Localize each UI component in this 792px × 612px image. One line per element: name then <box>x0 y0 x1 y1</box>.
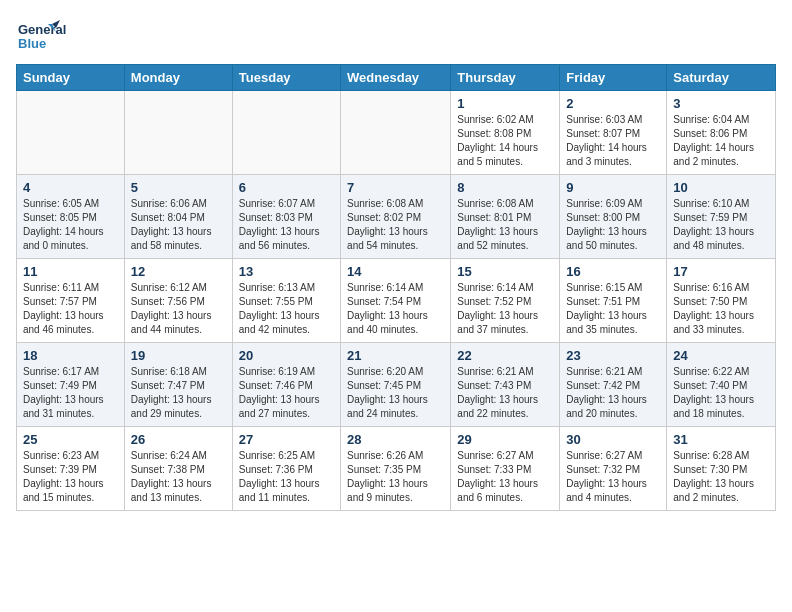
day-number: 21 <box>347 348 444 363</box>
day-number: 26 <box>131 432 226 447</box>
day-detail: Sunrise: 6:19 AM Sunset: 7:46 PM Dayligh… <box>239 365 334 421</box>
calendar-cell: 8Sunrise: 6:08 AM Sunset: 8:01 PM Daylig… <box>451 175 560 259</box>
calendar-cell: 19Sunrise: 6:18 AM Sunset: 7:47 PM Dayli… <box>124 343 232 427</box>
day-number: 8 <box>457 180 553 195</box>
calendar-cell: 20Sunrise: 6:19 AM Sunset: 7:46 PM Dayli… <box>232 343 340 427</box>
calendar-cell <box>232 91 340 175</box>
calendar-cell: 13Sunrise: 6:13 AM Sunset: 7:55 PM Dayli… <box>232 259 340 343</box>
day-detail: Sunrise: 6:20 AM Sunset: 7:45 PM Dayligh… <box>347 365 444 421</box>
day-number: 1 <box>457 96 553 111</box>
day-detail: Sunrise: 6:06 AM Sunset: 8:04 PM Dayligh… <box>131 197 226 253</box>
calendar-cell: 12Sunrise: 6:12 AM Sunset: 7:56 PM Dayli… <box>124 259 232 343</box>
day-detail: Sunrise: 6:27 AM Sunset: 7:33 PM Dayligh… <box>457 449 553 505</box>
calendar-cell: 15Sunrise: 6:14 AM Sunset: 7:52 PM Dayli… <box>451 259 560 343</box>
day-detail: Sunrise: 6:14 AM Sunset: 7:52 PM Dayligh… <box>457 281 553 337</box>
day-number: 16 <box>566 264 660 279</box>
day-detail: Sunrise: 6:12 AM Sunset: 7:56 PM Dayligh… <box>131 281 226 337</box>
day-detail: Sunrise: 6:14 AM Sunset: 7:54 PM Dayligh… <box>347 281 444 337</box>
day-number: 10 <box>673 180 769 195</box>
day-detail: Sunrise: 6:23 AM Sunset: 7:39 PM Dayligh… <box>23 449 118 505</box>
day-detail: Sunrise: 6:02 AM Sunset: 8:08 PM Dayligh… <box>457 113 553 169</box>
day-number: 29 <box>457 432 553 447</box>
day-number: 13 <box>239 264 334 279</box>
day-number: 28 <box>347 432 444 447</box>
calendar-cell: 26Sunrise: 6:24 AM Sunset: 7:38 PM Dayli… <box>124 427 232 511</box>
calendar-cell: 16Sunrise: 6:15 AM Sunset: 7:51 PM Dayli… <box>560 259 667 343</box>
page: General Blue SundayMondayTuesdayWednesda… <box>0 0 792 519</box>
calendar-cell: 30Sunrise: 6:27 AM Sunset: 7:32 PM Dayli… <box>560 427 667 511</box>
day-detail: Sunrise: 6:05 AM Sunset: 8:05 PM Dayligh… <box>23 197 118 253</box>
day-number: 20 <box>239 348 334 363</box>
calendar-week-5: 25Sunrise: 6:23 AM Sunset: 7:39 PM Dayli… <box>17 427 776 511</box>
day-header-monday: Monday <box>124 65 232 91</box>
day-detail: Sunrise: 6:26 AM Sunset: 7:35 PM Dayligh… <box>347 449 444 505</box>
day-number: 24 <box>673 348 769 363</box>
calendar-week-4: 18Sunrise: 6:17 AM Sunset: 7:49 PM Dayli… <box>17 343 776 427</box>
day-number: 25 <box>23 432 118 447</box>
day-number: 4 <box>23 180 118 195</box>
day-number: 3 <box>673 96 769 111</box>
day-number: 9 <box>566 180 660 195</box>
day-detail: Sunrise: 6:16 AM Sunset: 7:50 PM Dayligh… <box>673 281 769 337</box>
calendar-cell: 21Sunrise: 6:20 AM Sunset: 7:45 PM Dayli… <box>341 343 451 427</box>
day-number: 12 <box>131 264 226 279</box>
calendar-cell: 23Sunrise: 6:21 AM Sunset: 7:42 PM Dayli… <box>560 343 667 427</box>
calendar-week-3: 11Sunrise: 6:11 AM Sunset: 7:57 PM Dayli… <box>17 259 776 343</box>
day-detail: Sunrise: 6:13 AM Sunset: 7:55 PM Dayligh… <box>239 281 334 337</box>
calendar-cell: 11Sunrise: 6:11 AM Sunset: 7:57 PM Dayli… <box>17 259 125 343</box>
calendar-header-row: SundayMondayTuesdayWednesdayThursdayFrid… <box>17 65 776 91</box>
calendar-table: SundayMondayTuesdayWednesdayThursdayFrid… <box>16 64 776 511</box>
day-detail: Sunrise: 6:03 AM Sunset: 8:07 PM Dayligh… <box>566 113 660 169</box>
day-header-wednesday: Wednesday <box>341 65 451 91</box>
day-detail: Sunrise: 6:15 AM Sunset: 7:51 PM Dayligh… <box>566 281 660 337</box>
calendar-cell: 2Sunrise: 6:03 AM Sunset: 8:07 PM Daylig… <box>560 91 667 175</box>
calendar-cell <box>17 91 125 175</box>
day-detail: Sunrise: 6:04 AM Sunset: 8:06 PM Dayligh… <box>673 113 769 169</box>
svg-text:Blue: Blue <box>18 36 46 51</box>
day-header-sunday: Sunday <box>17 65 125 91</box>
calendar-cell: 7Sunrise: 6:08 AM Sunset: 8:02 PM Daylig… <box>341 175 451 259</box>
day-detail: Sunrise: 6:11 AM Sunset: 7:57 PM Dayligh… <box>23 281 118 337</box>
calendar-cell: 31Sunrise: 6:28 AM Sunset: 7:30 PM Dayli… <box>667 427 776 511</box>
calendar-week-1: 1Sunrise: 6:02 AM Sunset: 8:08 PM Daylig… <box>17 91 776 175</box>
day-header-saturday: Saturday <box>667 65 776 91</box>
day-number: 5 <box>131 180 226 195</box>
calendar-cell: 4Sunrise: 6:05 AM Sunset: 8:05 PM Daylig… <box>17 175 125 259</box>
day-detail: Sunrise: 6:24 AM Sunset: 7:38 PM Dayligh… <box>131 449 226 505</box>
day-detail: Sunrise: 6:27 AM Sunset: 7:32 PM Dayligh… <box>566 449 660 505</box>
svg-text:General: General <box>18 22 66 37</box>
day-number: 31 <box>673 432 769 447</box>
day-number: 19 <box>131 348 226 363</box>
day-detail: Sunrise: 6:25 AM Sunset: 7:36 PM Dayligh… <box>239 449 334 505</box>
calendar-cell: 9Sunrise: 6:09 AM Sunset: 8:00 PM Daylig… <box>560 175 667 259</box>
day-detail: Sunrise: 6:22 AM Sunset: 7:40 PM Dayligh… <box>673 365 769 421</box>
calendar-cell: 18Sunrise: 6:17 AM Sunset: 7:49 PM Dayli… <box>17 343 125 427</box>
calendar-cell: 1Sunrise: 6:02 AM Sunset: 8:08 PM Daylig… <box>451 91 560 175</box>
day-number: 14 <box>347 264 444 279</box>
day-detail: Sunrise: 6:08 AM Sunset: 8:01 PM Dayligh… <box>457 197 553 253</box>
calendar-cell: 10Sunrise: 6:10 AM Sunset: 7:59 PM Dayli… <box>667 175 776 259</box>
calendar-cell: 24Sunrise: 6:22 AM Sunset: 7:40 PM Dayli… <box>667 343 776 427</box>
day-detail: Sunrise: 6:21 AM Sunset: 7:43 PM Dayligh… <box>457 365 553 421</box>
calendar-cell: 28Sunrise: 6:26 AM Sunset: 7:35 PM Dayli… <box>341 427 451 511</box>
day-detail: Sunrise: 6:21 AM Sunset: 7:42 PM Dayligh… <box>566 365 660 421</box>
day-detail: Sunrise: 6:08 AM Sunset: 8:02 PM Dayligh… <box>347 197 444 253</box>
day-number: 7 <box>347 180 444 195</box>
logo: General Blue <box>16 16 96 56</box>
day-number: 23 <box>566 348 660 363</box>
day-detail: Sunrise: 6:09 AM Sunset: 8:00 PM Dayligh… <box>566 197 660 253</box>
calendar-cell: 29Sunrise: 6:27 AM Sunset: 7:33 PM Dayli… <box>451 427 560 511</box>
day-detail: Sunrise: 6:10 AM Sunset: 7:59 PM Dayligh… <box>673 197 769 253</box>
calendar-cell: 27Sunrise: 6:25 AM Sunset: 7:36 PM Dayli… <box>232 427 340 511</box>
day-header-friday: Friday <box>560 65 667 91</box>
day-number: 17 <box>673 264 769 279</box>
day-number: 27 <box>239 432 334 447</box>
calendar-cell: 22Sunrise: 6:21 AM Sunset: 7:43 PM Dayli… <box>451 343 560 427</box>
logo-icon: General Blue <box>16 16 96 56</box>
day-header-thursday: Thursday <box>451 65 560 91</box>
calendar-cell: 5Sunrise: 6:06 AM Sunset: 8:04 PM Daylig… <box>124 175 232 259</box>
day-number: 11 <box>23 264 118 279</box>
day-number: 30 <box>566 432 660 447</box>
day-number: 2 <box>566 96 660 111</box>
calendar-cell: 3Sunrise: 6:04 AM Sunset: 8:06 PM Daylig… <box>667 91 776 175</box>
